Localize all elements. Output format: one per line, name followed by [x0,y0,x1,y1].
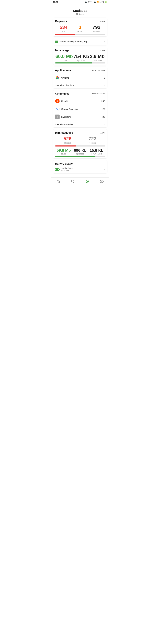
requests-progress-bar [55,34,105,35]
status-bar-right: 📷 🛡 ♡ • 📷 📶 100% 🔋 [85,1,107,3]
recent-activity-row[interactable]: Recent activity (Filtering log) › [53,38,107,45]
applications-filter[interactable]: Most blocked ▾ [92,69,105,72]
dns-progress-fill [55,146,76,146]
see-all-applications-row[interactable]: See all applications › [55,82,105,87]
page-title: Statistics [51,9,109,13]
hamburger-line-1 [55,40,58,41]
battery-text: Last 24 hours 36.78 mAh [61,167,73,172]
company-liveramp-count: 20 [102,116,105,118]
vpn-icon: ♡ [90,1,92,3]
dns-blocked-stat: 526 blocked [64,136,71,144]
svg-point-3 [57,77,58,78]
shield-status-icon: 🛡 [88,1,90,3]
data-saved-label: saved [62,59,67,62]
camera-icon: 📷 [85,1,87,3]
battery-status: 100% [100,1,104,3]
requests-progress-fill [55,34,75,35]
companies-filter-chevron: ▾ [104,93,105,95]
data-usage-progress-bar [55,62,105,64]
dns-data-uploaded-stat: 696 Kb uploaded [74,148,87,155]
status-time: 17:06 [53,1,58,3]
company-reddit-item[interactable]: Reddit 256 [55,97,105,105]
companies-header: Companies Most blocked ▾ [55,92,105,95]
dns-data-downloaded-label: downloaded [91,153,102,155]
dns-progress-bar [55,146,105,146]
dns-title: DNS statistics [55,131,73,134]
hamburger-line-2 [55,42,58,42]
see-all-companies-label: See all companies [55,123,73,126]
subtitle-chevron[interactable]: ▾ [83,13,84,15]
nav-home[interactable] [54,179,62,184]
data-usage-filter[interactable]: Any ▾ [100,50,105,52]
svg-point-10 [101,181,102,182]
recent-activity-chevron: › [104,40,105,43]
liveramp-icon: R [55,114,60,119]
company-liveramp-label: LiveRamp [61,116,71,118]
data-downloaded-stat: 2.6 Mb downloaded [90,54,105,62]
battery-row[interactable]: Last 24 hours 36.78 mAh › [55,167,105,172]
dns-filter-chevron: ▾ [104,132,105,134]
requests-filter-chevron: ▾ [104,20,105,22]
home-icon [56,180,60,183]
requests-stats-row: 534 ads 3 trackers 792 requests [55,25,105,32]
trackers-count: 3 [79,25,81,30]
companies-filter[interactable]: Most blocked ▾ [92,93,105,95]
company-liveramp-left: R LiveRamp [55,114,71,119]
chrome-icon [55,76,60,80]
battery-header: Battery usage [55,162,105,165]
data-usage-header: Data usage Any ▾ [55,49,105,52]
svg-point-7 [58,101,58,101]
battery-period: Last 24 hours [61,167,73,170]
requests-count: 792 [92,25,100,30]
ads-label: ads [62,30,65,32]
wifi-icon: 📷 [94,1,96,3]
dns-stats-row: 526 blocked 723 requests [55,136,105,144]
dns-data-progress-fill [55,156,95,157]
company-google-item[interactable]: G Google Analytics 20 [55,105,105,113]
trackers-label: trackers [77,30,83,32]
data-uploaded-stat: 754 Kb uploaded [73,54,89,62]
data-usage-filter-chevron: ▾ [104,50,105,52]
see-all-companies-row[interactable]: See all companies › [55,121,105,126]
nav-shield[interactable] [69,179,77,184]
svg-point-8 [58,100,58,101]
applications-section: Applications Most blocked ▾ Chrome [53,67,107,88]
data-saved-value: 60.0 Mb [55,54,73,59]
dns-requests-stat: 723 requests [89,136,96,144]
nav-stats[interactable] [83,179,91,184]
battery-chevron: › [104,168,105,171]
battery-title: Battery usage [55,162,73,165]
trackers-stat: 3 trackers [77,25,83,32]
recent-activity-left: Recent activity (Filtering log) [55,40,88,43]
status-bar: 17:06 📷 🛡 ♡ • 📷 📶 100% 🔋 [51,0,109,4]
dns-data-saved-label: saved [61,153,66,155]
dns-filter[interactable]: Any ▾ [100,132,105,134]
dns-header: DNS statistics Any ▾ [55,131,105,134]
svg-point-6 [57,101,57,101]
requests-label: requests [93,30,100,32]
app-chrome-item[interactable]: Chrome 8 [55,74,105,82]
requests-filter[interactable]: Any ▾ [100,20,105,22]
companies-section: Companies Most blocked ▾ Reddit [53,90,107,128]
data-uploaded-value: 754 Kb [73,54,89,59]
menu-button[interactable]: ⋮ [104,4,107,8]
chart-icon [85,180,89,183]
requests-section: Requests Any ▾ 534 ads 3 trackers 792 re… [53,18,107,36]
app-chrome-label: Chrome [61,76,69,79]
company-google-left: G Google Analytics [55,107,78,111]
dns-data-saved-stat: 59.8 Mb saved [57,148,71,155]
applications-title: Applications [55,69,71,72]
company-liveramp-item[interactable]: R LiveRamp 20 [55,113,105,120]
data-usage-title: Data usage [55,49,69,52]
ads-count: 534 [60,25,67,30]
page-subtitle[interactable]: All time ▾ [51,13,109,16]
battery-section: Battery usage Last 24 hours 36.78 mAh › [53,160,107,173]
battery-fill [56,168,58,170]
data-downloaded-value: 2.6 Mb [90,54,105,59]
data-usage-progress-fill [55,62,93,64]
dns-data-progress-bar [55,156,105,157]
battery-left: Last 24 hours 36.78 mAh [55,167,73,172]
nav-settings[interactable] [98,179,106,184]
see-all-applications-label: See all applications [55,84,74,86]
google-icon: G [55,107,60,111]
